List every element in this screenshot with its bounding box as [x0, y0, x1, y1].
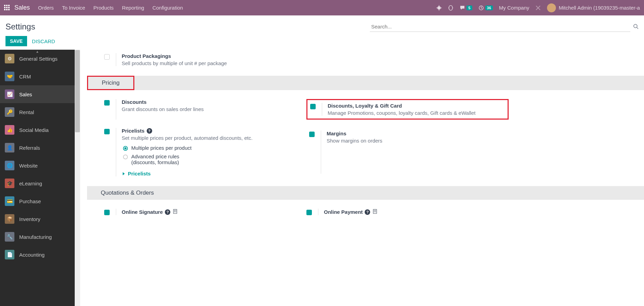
sidebar-item-website[interactable]: 🌐Website — [0, 157, 75, 174]
svg-rect-17 — [173, 209, 177, 213]
help-icon[interactable]: ? — [365, 209, 370, 215]
svg-rect-6 — [4, 9, 5, 10]
section-quotations: Quotations & Orders — [87, 186, 644, 200]
sidebar-item-accounting[interactable]: 📄Accounting — [0, 246, 75, 264]
setting-title-packagings: Product Packagings — [122, 53, 227, 59]
checkbox-loyalty[interactable] — [310, 104, 316, 109]
svg-rect-7 — [6, 9, 8, 10]
radio-advanced-rules[interactable]: Advanced price rules(discounts, formulas… — [123, 154, 253, 165]
setting-desc-margins: Show margins on orders — [327, 138, 382, 144]
help-icon[interactable]: ? — [165, 209, 170, 215]
search-input[interactable] — [370, 22, 630, 32]
help-icon[interactable]: ? — [147, 128, 152, 134]
svg-rect-26 — [375, 211, 376, 212]
setting-title-online-signature: Online Signature ? — [122, 209, 178, 215]
pricelists-link[interactable]: Pricelists — [122, 171, 253, 176]
checkbox-online-payment[interactable] — [306, 210, 312, 215]
search-icon[interactable] — [633, 24, 639, 30]
apps-icon[interactable] — [4, 5, 10, 11]
app-title[interactable]: Sales — [14, 4, 30, 11]
svg-rect-5 — [8, 7, 10, 8]
user-name: Mitchell Admin (19039235-master-a — [559, 5, 640, 11]
svg-rect-19 — [175, 210, 176, 211]
settings-sidebar: ▲ ⚙General Settings 🤝CRM 📈Sales 🔑Rental … — [0, 50, 75, 306]
radio-off-icon — [123, 155, 128, 159]
setting-desc-loyalty: Manage Promotions, coupons, loyalty card… — [328, 110, 475, 116]
menu-to-invoice[interactable]: To Invoice — [62, 5, 85, 11]
user-menu[interactable]: Mitchell Admin (19039235-master-a — [547, 3, 640, 12]
sidebar-item-social-media[interactable]: 👍Social Media — [0, 121, 75, 139]
sidebar-scrollbar[interactable] — [75, 50, 80, 306]
building-icon — [172, 209, 178, 215]
checkbox-discounts[interactable] — [104, 100, 110, 106]
svg-rect-25 — [374, 211, 375, 212]
sidebar-item-inventory[interactable]: 📦Inventory — [0, 210, 75, 228]
checkbox-pricelists[interactable] — [104, 129, 110, 134]
setting-desc-pricelists: Set multiple prices per product, automat… — [122, 135, 253, 141]
debug-icon[interactable] — [436, 5, 442, 11]
sidebar-item-sales[interactable]: 📈Sales — [0, 85, 75, 103]
checkbox-margins[interactable] — [309, 132, 315, 137]
messages-badge: 5 — [466, 5, 472, 10]
loyalty-highlight: Discounts, Loyalty & Gift Card Manage Pr… — [306, 99, 509, 120]
building-icon — [372, 209, 378, 215]
company-switcher[interactable]: My Company — [499, 5, 529, 11]
svg-rect-21 — [175, 211, 176, 212]
menu-orders[interactable]: Orders — [38, 5, 54, 11]
sidebar-item-elearning[interactable]: 🎓eLearning — [0, 174, 75, 192]
svg-rect-22 — [373, 209, 377, 213]
section-pricing: Pricing — [87, 76, 644, 90]
settings-content: Product Packagings Sell products by mult… — [80, 50, 644, 306]
page-title: Settings — [5, 22, 35, 32]
setting-title-pricelists: Pricelists ? — [122, 128, 253, 134]
sidebar-item-crm[interactable]: 🤝CRM — [0, 68, 75, 85]
menu-products[interactable]: Products — [93, 5, 113, 11]
avatar — [547, 3, 556, 12]
setting-desc-packagings: Sell products by multiple of unit # per … — [122, 60, 227, 66]
setting-title-online-payment: Online Payment ? — [324, 209, 378, 215]
scroll-up-icon[interactable]: ▲ — [36, 50, 39, 53]
sidebar-item-rental[interactable]: 🔑Rental — [0, 103, 75, 121]
svg-point-9 — [437, 6, 441, 10]
header: Settings — [0, 15, 644, 32]
svg-rect-4 — [6, 7, 8, 8]
activities-icon[interactable]: 36 — [478, 5, 493, 11]
svg-rect-3 — [4, 7, 5, 8]
radio-on-icon — [123, 146, 128, 151]
svg-rect-18 — [174, 210, 175, 211]
activities-badge: 36 — [485, 5, 493, 10]
support-icon[interactable] — [448, 5, 453, 11]
checkbox-online-signature[interactable] — [104, 210, 110, 215]
svg-rect-1 — [6, 5, 8, 6]
svg-rect-0 — [4, 5, 5, 6]
menu-configuration[interactable]: Configuration — [153, 5, 183, 11]
svg-line-16 — [637, 27, 638, 29]
messages-icon[interactable]: 5 — [460, 5, 472, 11]
svg-rect-20 — [174, 211, 175, 212]
top-navbar: Sales Orders To Invoice Products Reporti… — [0, 0, 644, 15]
svg-rect-23 — [374, 210, 375, 211]
svg-rect-24 — [375, 210, 376, 211]
sidebar-item-manufacturing[interactable]: 🔧Manufacturing — [0, 228, 75, 246]
setting-title-margins: Margins — [327, 131, 382, 136]
radio-multiple-prices[interactable]: Multiple prices per product — [123, 145, 253, 151]
save-button[interactable]: SAVE — [5, 36, 27, 46]
sidebar-item-purchase[interactable]: 💳Purchase — [0, 192, 75, 210]
tools-icon[interactable] — [535, 5, 541, 11]
setting-desc-discounts: Grant discounts on sales order lines — [122, 106, 204, 112]
svg-rect-2 — [8, 5, 10, 6]
sidebar-item-referrals[interactable]: 👤Referrals — [0, 139, 75, 157]
svg-point-15 — [634, 24, 637, 28]
setting-title-loyalty: Discounts, Loyalty & Gift Card — [328, 103, 475, 109]
menu-reporting[interactable]: Reporting — [122, 5, 144, 11]
checkbox-product-packagings[interactable] — [104, 54, 110, 60]
svg-rect-8 — [8, 9, 10, 10]
actions-row: SAVE DISCARD — [0, 32, 644, 50]
pricing-highlight: Pricing — [87, 76, 134, 90]
discard-button[interactable]: DISCARD — [32, 38, 55, 44]
setting-title-discounts: Discounts — [122, 99, 204, 105]
